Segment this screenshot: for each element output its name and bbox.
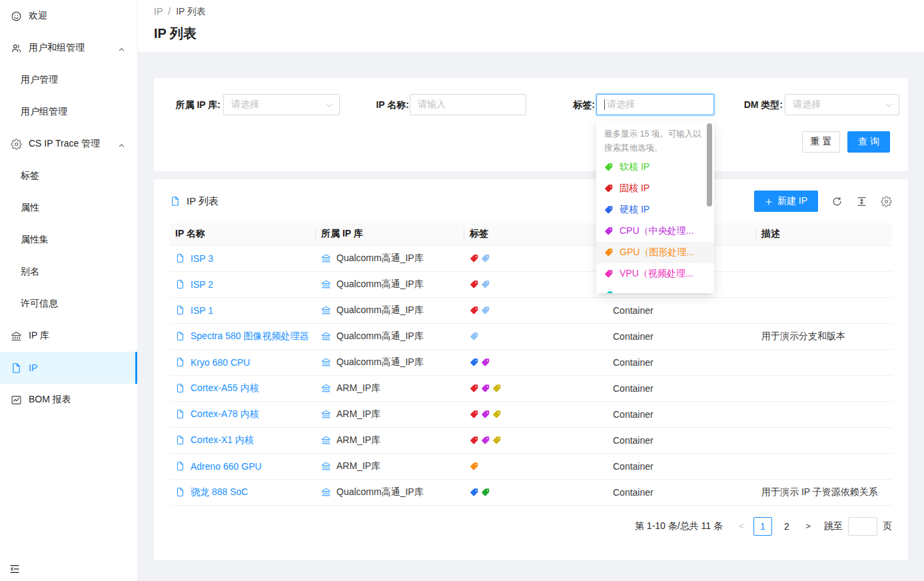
ip-name-link[interactable]: Adreno 660 GPU [191, 461, 262, 472]
table-toolbar: 新建 IP [754, 191, 892, 212]
page-title: IP 列表 [154, 25, 908, 43]
tag-option-label: GPU（图形处理... [620, 247, 694, 259]
pagination-prev-button[interactable]: < [735, 521, 748, 531]
file-icon [175, 435, 185, 445]
pagination-page-1[interactable]: 1 [753, 517, 772, 536]
table-row: Adreno 660 GPU ARM_IP库 Container [170, 453, 892, 479]
tag-icon [470, 410, 479, 419]
sidebar-item-欢迎[interactable]: 欢迎 [0, 0, 137, 32]
ip-name-link[interactable]: Cortex-X1 内核 [191, 434, 254, 446]
sidebar-item-用户和组管理[interactable]: 用户和组管理 [0, 32, 137, 64]
settings-gear-icon[interactable] [881, 196, 892, 207]
sidebar-item-别名[interactable]: 别名 [0, 256, 137, 288]
repo-filter-placeholder: 请选择 [231, 99, 259, 111]
tag-option[interactable]: CPU（中央处理... [596, 221, 714, 242]
dmtype-filter-label: DM 类型: [727, 94, 783, 115]
ip-name-link[interactable]: Cortex-A55 内核 [191, 382, 259, 394]
tag-filter-select[interactable]: 请选择 [596, 94, 714, 115]
menu-fold-icon[interactable] [9, 563, 21, 575]
tag-icon [470, 254, 479, 263]
bank-icon [321, 383, 331, 393]
tag-select-dropdown: 最多显示 15 项。可输入以搜索其他选项。 软核 IP 固核 IP 硬核 IP … [596, 121, 714, 293]
repo-name: ARM_IP库 [336, 460, 380, 472]
bank-icon [321, 279, 331, 289]
tag-icon [481, 306, 490, 315]
bank-icon [321, 409, 331, 419]
dmtype-filter-select[interactable]: 请选择 [785, 94, 899, 115]
name-filter-input[interactable]: 请输入 [410, 94, 526, 115]
column-header-IP 名称: IP 名称 [170, 223, 316, 245]
pagination-total: 第 1-10 条/总共 11 条 [635, 520, 723, 532]
tag-option-label: CPU（中央处理... [620, 225, 693, 237]
column-height-icon[interactable] [856, 196, 867, 207]
tag-option[interactable]: 硬核 IP [596, 199, 714, 221]
tag-list [470, 384, 602, 393]
tag-list [470, 410, 602, 419]
sidebar-item-IP 库[interactable]: IP 库 [0, 320, 137, 352]
sidebar-item-属性[interactable]: 属性 [0, 192, 137, 224]
sidebar-item-label: CS IP Trace 管理 [29, 138, 100, 150]
tag-option-partial[interactable] [596, 285, 714, 293]
sidebar-item-用户管理[interactable]: 用户管理 [0, 64, 137, 96]
sidebar-item-标签[interactable]: 标签 [0, 160, 137, 192]
sidebar-item-label: 属性 [21, 202, 39, 214]
tag-option[interactable]: 软核 IP [596, 157, 714, 178]
tag-icon [470, 280, 479, 289]
sidebar-item-label: 别名 [21, 266, 39, 278]
sidebar-item-label: 许可信息 [21, 298, 58, 310]
sidebar-item-BOM 报表[interactable]: BOM 报表 [0, 384, 137, 416]
bank-icon [321, 435, 331, 445]
repo-filter-select[interactable]: 请选择 [223, 94, 340, 115]
dropdown-scrollbar-thumb[interactable] [707, 123, 712, 207]
sidebar-item-属性集[interactable]: 属性集 [0, 224, 137, 256]
sidebar-item-CS IP Trace 管理[interactable]: CS IP Trace 管理 [0, 128, 137, 160]
ip-name-link[interactable]: ISP 3 [191, 253, 213, 264]
file-icon [175, 253, 185, 263]
tag-option[interactable]: GPU（图形处理... [596, 242, 714, 263]
description-cell: 用于演示分支和版本 [756, 323, 892, 349]
ip-name-link[interactable]: Cortex-A78 内核 [191, 408, 259, 420]
description-cell [756, 245, 892, 271]
ip-name-link[interactable]: ISP 1 [191, 305, 213, 316]
sidebar-item-label: 标签 [21, 170, 39, 182]
tag-option-label: VPU（视频处理... [620, 268, 693, 280]
bank-icon [321, 461, 331, 471]
column-header-标签: 标签 [464, 223, 608, 245]
query-button[interactable]: 查 询 [847, 131, 890, 153]
table-row: Kryo 680 CPU Qualcomm高通_IP库 Container [170, 349, 892, 375]
tag-option[interactable]: 固核 IP [596, 178, 714, 199]
dm-type-cell: Container [608, 375, 756, 401]
tag-option[interactable]: VPU（视频处理... [596, 263, 714, 285]
dm-type-cell: Container [608, 427, 756, 453]
bank-icon [321, 253, 331, 263]
tag-list [470, 462, 602, 471]
pagination-page-2[interactable]: 2 [777, 517, 796, 536]
pagination-jump-input[interactable] [848, 517, 877, 536]
name-filter-label: IP 名称: [354, 94, 409, 115]
page-header: IP / IP 列表 IP 列表 [138, 0, 924, 52]
table-row: ISP 1 Qualcomm高通_IP库 Container [170, 297, 892, 323]
sidebar-item-IP[interactable]: IP [0, 352, 137, 384]
sidebar-item-许可信息[interactable]: 许可信息 [0, 288, 137, 320]
tag-list [470, 436, 602, 445]
ip-name-link[interactable]: 骁龙 888 SoC [191, 486, 248, 498]
tag-list [470, 358, 602, 367]
repo-name: Qualcomm高通_IP库 [336, 356, 424, 368]
ip-name-link[interactable]: Kryo 680 CPU [191, 357, 250, 368]
reset-button[interactable]: 重 置 [802, 131, 840, 153]
repo-filter-label: 所属 IP 库: [170, 94, 221, 115]
ip-name-link[interactable]: ISP 2 [191, 279, 213, 290]
dropdown-note: 最多显示 15 项。可输入以搜索其他选项。 [596, 121, 714, 157]
ip-name-link[interactable]: Spectra 580 图像视频处理器 [191, 330, 308, 342]
smile-icon [11, 11, 22, 22]
breadcrumb-item-ip[interactable]: IP [154, 6, 163, 18]
sidebar-item-用户组管理[interactable]: 用户组管理 [0, 96, 137, 128]
tag-icon [470, 358, 479, 367]
table-row: ISP 3 Qualcomm高通_IP库 Container [170, 245, 892, 271]
tag-list [470, 280, 602, 289]
pagination-next-button[interactable]: > [801, 521, 815, 531]
sidebar-item-label: IP 库 [29, 330, 49, 342]
reload-icon[interactable] [831, 196, 843, 207]
new-ip-button[interactable]: 新建 IP [754, 191, 818, 212]
table-row: Cortex-A78 内核 ARM_IP库 Container [170, 401, 892, 427]
